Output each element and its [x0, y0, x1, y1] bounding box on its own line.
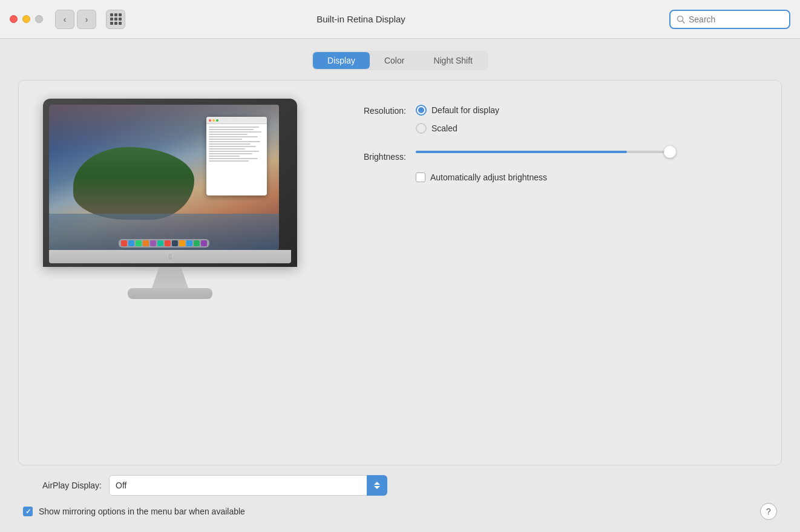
search-box: [669, 10, 790, 29]
settings-panel:  Resolution: Default: [18, 80, 782, 465]
brightness-slider-fill: [416, 151, 627, 153]
titlebar: ‹ › Built-in Retina Display: [0, 0, 800, 39]
imac-screen: [49, 105, 279, 250]
wallpaper: [49, 105, 279, 250]
imac: : [43, 99, 297, 299]
settings-controls: Resolution: Default for display Scaled: [339, 99, 763, 182]
brightness-slider-container: [416, 151, 670, 153]
resolution-group: Resolution: Default for display Scaled: [339, 105, 763, 134]
imac-base: [128, 267, 212, 299]
auto-brightness-group: Automatically adjust brightness: [416, 172, 763, 182]
auto-brightness-label: Automatically adjust brightness: [430, 172, 547, 182]
apple-logo-icon: : [169, 252, 171, 261]
island: [73, 147, 194, 220]
close-button[interactable]: [10, 15, 18, 23]
imac-illustration: : [37, 99, 303, 299]
maximize-button[interactable]: [35, 15, 43, 23]
mirroring-checkbox[interactable]: ✓: [23, 507, 33, 516]
minimize-button[interactable]: [22, 15, 30, 23]
resolution-radio-group: Default for display Scaled: [416, 105, 499, 134]
airplay-label: AirPlay Display:: [23, 481, 102, 490]
window-title: Built-in Retina Display: [60, 14, 662, 24]
main-content: Display Color Night Shift: [0, 39, 800, 532]
help-button[interactable]: ?: [760, 503, 777, 520]
imac-neck: [152, 267, 188, 288]
dock: [119, 239, 209, 248]
brightness-slider-track: [416, 151, 670, 153]
resolution-label: Resolution:: [339, 105, 406, 116]
imac-chin: : [49, 250, 291, 263]
tab-night-shift[interactable]: Night Shift: [419, 52, 487, 69]
mirroring-row: ✓ Show mirroring options in the menu bar…: [23, 503, 777, 520]
search-icon: [677, 15, 685, 24]
radio-inner-icon: [418, 107, 424, 113]
imac-foot: [128, 288, 212, 299]
airplay-row: AirPlay Display: Off On: [23, 475, 777, 496]
auto-brightness-checkbox[interactable]: [416, 172, 425, 182]
tab-color[interactable]: Color: [370, 52, 419, 69]
brightness-label: Brightness:: [339, 151, 406, 162]
brightness-group: Brightness:: [339, 151, 763, 162]
bottom-section: AirPlay Display: Off On ✓ Show mirroring…: [18, 475, 782, 520]
search-input[interactable]: [689, 15, 783, 24]
resolution-default-radio[interactable]: [416, 105, 427, 116]
svg-line-1: [683, 21, 685, 23]
resolution-default-label: Default for display: [431, 105, 499, 115]
resolution-scaled-option[interactable]: Scaled: [416, 123, 499, 134]
imac-screen-outer: : [43, 99, 297, 267]
checkmark-icon: ✓: [25, 508, 31, 516]
brightness-slider-thumb[interactable]: [664, 146, 676, 158]
tab-display[interactable]: Display: [313, 52, 370, 69]
resolution-default-option[interactable]: Default for display: [416, 105, 499, 116]
resolution-scaled-label: Scaled: [431, 123, 457, 133]
tabs: Display Color Night Shift: [312, 51, 488, 70]
window-controls: [10, 15, 43, 23]
airplay-select-container: Off On: [109, 475, 387, 496]
mirroring-label: Show mirroring options in the menu bar w…: [39, 507, 245, 516]
document-window: [206, 117, 267, 195]
airplay-select[interactable]: Off On: [109, 475, 387, 496]
tabs-container: Display Color Night Shift: [18, 51, 782, 70]
resolution-scaled-radio[interactable]: [416, 123, 427, 134]
